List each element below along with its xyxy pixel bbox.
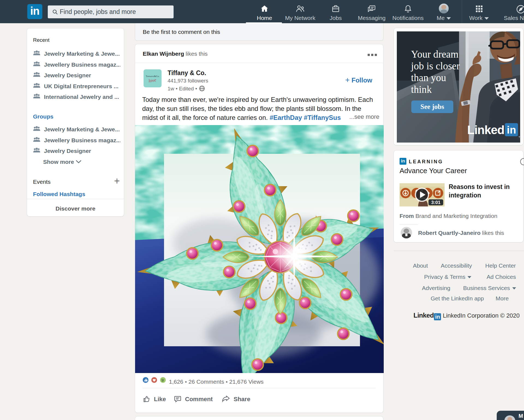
svg-text:See jobs: See jobs (421, 103, 444, 110)
svg-text:job is closer: job is closer (410, 60, 460, 72)
svg-text:think: think (411, 84, 432, 95)
svg-text:Your dream: Your dream (411, 49, 458, 60)
svg-text:TM: TM (519, 136, 520, 138)
svg-text:Linked: Linked (467, 123, 504, 137)
svg-text:than you: than you (411, 72, 446, 83)
svg-text:in: in (507, 124, 516, 136)
svg-text:3:01: 3:01 (431, 200, 440, 205)
